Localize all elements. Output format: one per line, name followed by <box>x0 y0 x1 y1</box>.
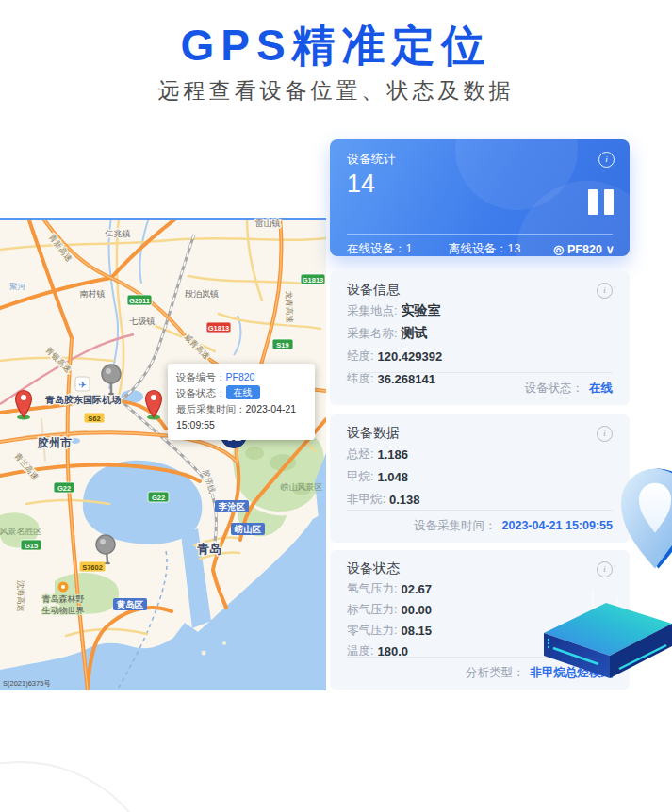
pause-button[interactable] <box>588 189 614 215</box>
panel-title: 设备数据 <box>347 425 400 442</box>
online-status-badge: 在线 <box>226 385 260 399</box>
map-label-town: 七级镇 <box>129 317 156 326</box>
device-total-count: 14 <box>347 170 375 199</box>
popup-label: 最后采集时间： <box>176 403 246 414</box>
map[interactable]: 仁兆镇 南村镇 段泊岚镇 七级镇 雷山镇 青新高速 威青高速 龙青高速 青银高速… <box>0 218 326 690</box>
map-label-city: 青岛 <box>197 542 221 556</box>
map-label-city: 胶州市 <box>37 436 72 449</box>
panel-footer: 设备状态：在线 <box>347 372 613 397</box>
device-selector[interactable]: ◎ PF820 ∨ <box>553 242 615 256</box>
map-canvas: 仁兆镇 南村镇 段泊岚镇 七级镇 雷山镇 青新高速 威青高速 龙青高速 青银高速… <box>0 218 326 690</box>
card-divider <box>347 234 613 235</box>
map-label-town: 南村镇 <box>80 289 106 299</box>
info-row: 采集地点:实验室 <box>347 300 613 322</box>
location-pin-3d-illustration <box>613 452 672 580</box>
popup-row-device-status: 设备状态：在线 <box>176 385 306 401</box>
info-icon[interactable]: i <box>598 152 615 168</box>
map-label-area: 风景名胜区 <box>0 527 42 536</box>
page-subtitle: 远程查看设备位置、状态及数据 <box>0 76 672 106</box>
map-label-town: 段泊岚镇 <box>185 289 219 299</box>
device-info-panel: 设备信息 i 采集地点:实验室 采集名称:测试 经度:120.429392 纬度… <box>330 271 630 405</box>
corner-arc-decoration <box>0 761 164 812</box>
page: GPS精准定位 远程查看设备位置、状态及数据 <box>0 0 672 812</box>
map-label-district: 黄岛区 <box>116 599 144 609</box>
data-row: 非甲烷:0.138 <box>347 488 613 511</box>
shield-g22: G22 <box>152 494 165 502</box>
analyzer-device-3d-illustration <box>538 592 672 686</box>
panel-title: 设备信息 <box>347 282 400 299</box>
map-label-road: 沈海高速 <box>16 580 25 612</box>
info-icon[interactable]: i <box>597 426 613 442</box>
map-label-zoo: 生动物世界 <box>42 606 85 615</box>
chevron-down-icon: ∨ <box>606 242 615 256</box>
shield-s7602: S7602 <box>82 563 103 572</box>
info-icon[interactable]: i <box>597 283 613 299</box>
popup-row-device-id: 设备编号：PF820 <box>176 369 306 385</box>
map-label-town: 仁兆镇 <box>105 229 131 238</box>
shield-g2011: G2011 <box>129 297 150 305</box>
info-icon[interactable]: i <box>597 561 613 577</box>
shield-s62: S62 <box>88 414 100 423</box>
map-copyright: S(2021)6375号 <box>3 679 51 688</box>
panel-footer: 设备采集时间：2023-04-21 15:09:55 <box>347 510 613 534</box>
popup-label: 设备编号： <box>176 371 226 382</box>
map-label-town: 雷山镇 <box>255 219 281 228</box>
map-label-river: 聚河 <box>9 282 26 291</box>
box-vent-dots <box>548 639 549 648</box>
map-device-popup: 设备编号：PF820 设备状态：在线 最后采集时间：2023-04-21 15:… <box>168 364 315 440</box>
panel-title: 设备状态 <box>347 560 400 577</box>
shield-g22: G22 <box>57 484 71 493</box>
collect-time-value: 2023-04-21 15:09:55 <box>502 519 613 532</box>
info-row: 经度:120.429392 <box>347 345 613 367</box>
device-data-panel: 设备数据 i 总烃:1.186 甲烷:1.048 非甲烷:0.138 设备采集时… <box>330 414 630 543</box>
plane-icon: ✈ <box>78 380 86 390</box>
online-devices: 在线设备：1 <box>347 241 412 256</box>
device-stats-card: 设备统计 i 14 在线设备：1 离线设备：13 ◎ PF820 ∨ <box>330 139 630 256</box>
stats-card-title: 设备统计 <box>347 151 396 168</box>
map-label-district: 李沧区 <box>218 501 246 512</box>
shield-s19: S19 <box>276 341 288 349</box>
page-title: GPS精准定位 <box>0 17 672 75</box>
offline-devices: 离线设备：13 <box>449 241 520 256</box>
map-label-road: 龙青高速 <box>284 291 294 323</box>
shield-g15: G15 <box>25 542 38 550</box>
shield-g1813-red: G1813 <box>208 324 230 333</box>
popup-device-id: PF820 <box>226 371 255 382</box>
device-status-value: 在线 <box>589 382 613 395</box>
device-selector-value: PF820 <box>567 243 602 256</box>
shield-g1813-green: G1813 <box>303 276 324 284</box>
map-label-district: 崂山区 <box>235 524 262 534</box>
data-row: 甲烷:1.048 <box>347 465 613 488</box>
map-label-area: 崂山风景区 <box>281 482 323 492</box>
map-label-zoo: 青岛森林野 <box>42 594 85 604</box>
popup-label: 设备状态： <box>176 387 226 398</box>
popup-row-last-time: 最后采集时间：2023-04-21 15:09:55 <box>176 401 306 433</box>
map-label-airport: 青岛胶东国际机场 <box>44 395 121 405</box>
target-icon: ◎ <box>553 242 564 256</box>
info-row: 采集名称:测试 <box>347 322 613 345</box>
data-row: 总烃:1.186 <box>347 443 613 465</box>
